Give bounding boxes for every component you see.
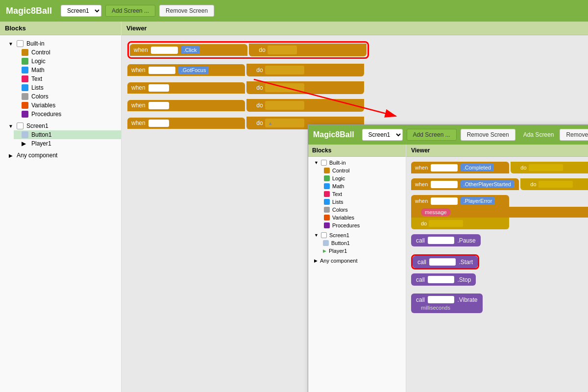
sidebar-item-text[interactable]: Text: [14, 74, 121, 83]
button1-dropdown-2[interactable]: Button1 ▾: [148, 67, 175, 74]
screen1-children: Button1 ▶ Player1: [0, 130, 121, 148]
second-viewer-content: when Player1 ▾ .Completed do: [406, 157, 588, 392]
butto-dropdown-4[interactable]: Butto ▾: [148, 102, 170, 109]
ada-remove-button[interactable]: Remove Screen: [560, 129, 588, 141]
other-inner: [539, 181, 573, 188]
screen1-label: Screen1: [26, 122, 49, 129]
butto-dropdown-3[interactable]: Butto ▾: [148, 84, 170, 92]
second-procedures-label: Procedures: [332, 222, 360, 228]
second-builtin-expand[interactable]: ▼: [314, 160, 318, 165]
app-title: Magic8Ball: [6, 6, 52, 16]
second-player1-icon: ▶: [323, 248, 326, 253]
screen-select[interactable]: Screen1: [61, 5, 101, 17]
block-3-inner: [265, 83, 304, 92]
block-2-when: when Button1 ▾ .GotFocus: [127, 64, 245, 76]
message-badge: message: [421, 208, 451, 216]
player1-dropdown-start[interactable]: Player1 ▾: [429, 258, 456, 266]
do-c: do: [520, 165, 526, 171]
sidebar-item-player1[interactable]: ▶ Player1: [14, 139, 121, 148]
player1-dropdown-pause[interactable]: Player1 ▾: [428, 237, 454, 244]
second-any-expand[interactable]: ▶: [314, 258, 318, 263]
builtin-expand[interactable]: ▼: [8, 41, 14, 47]
second-block-start: call Player1 ▾ .Start: [411, 254, 588, 270]
second-procedures[interactable]: Procedures: [318, 221, 406, 229]
second-remove-screen-button[interactable]: Remove Screen: [461, 129, 515, 141]
add-screen-button[interactable]: Add Screen ...: [105, 5, 155, 17]
second-screen1-group[interactable]: ▼ Screen1: [308, 231, 406, 239]
sidebar-item-lists[interactable]: Lists: [14, 83, 121, 92]
butto-dropdown-5[interactable]: Butto ▾: [148, 120, 170, 127]
pause-method: .Pause: [457, 237, 475, 244]
second-screen1-label: Screen1: [329, 232, 349, 238]
builtin-group[interactable]: ▼ Built-in: [0, 39, 121, 48]
colors-icon: [22, 93, 28, 100]
call-label-start: call: [417, 259, 426, 266]
player1-dropdown-c[interactable]: Player1 ▾: [431, 164, 457, 172]
sidebar-item-colors[interactable]: Colors: [14, 92, 121, 101]
sidebar-item-button1[interactable]: Button1: [14, 130, 121, 139]
second-colors[interactable]: Colors: [318, 206, 406, 214]
second-window-body: Blocks ▼ Built-in Control: [308, 145, 588, 392]
player1-label: Player1: [31, 140, 51, 147]
when-c: when: [415, 165, 428, 171]
second-variables-label: Variables: [332, 215, 354, 220]
second-button1[interactable]: Button1: [317, 239, 406, 247]
second-control[interactable]: Control: [318, 167, 406, 174]
block-3-do: do: [246, 81, 364, 94]
block-completed-do: do: [511, 162, 588, 173]
second-screen1-icon: [321, 232, 327, 238]
sidebar-item-logic[interactable]: Logic: [14, 57, 121, 66]
second-colors-label: Colors: [332, 207, 348, 213]
player1-dropdown-stop[interactable]: Player1 ▾: [428, 276, 454, 283]
logic-icon: [22, 58, 28, 65]
any-component-expand[interactable]: ▶: [8, 152, 14, 158]
block-group-2: when Button1 ▾ .GotFocus do: [127, 64, 582, 76]
second-control-icon: [324, 168, 330, 173]
second-text-icon: [324, 191, 330, 197]
second-any-component[interactable]: ▶ Any component: [308, 257, 406, 265]
block-error-msg: message: [411, 207, 588, 218]
sidebar-item-procedures[interactable]: Procedures: [14, 110, 121, 119]
remove-screen-button[interactable]: Remove Screen: [159, 5, 214, 17]
second-lists-label: Lists: [332, 199, 343, 205]
second-logic-icon: [324, 175, 330, 181]
second-control-label: Control: [332, 168, 349, 173]
any-component-group[interactable]: ▶ Any component: [0, 151, 121, 160]
second-screen-select[interactable]: Screen1: [362, 129, 403, 141]
do-label-2: do: [256, 67, 263, 74]
second-variables[interactable]: Variables: [318, 214, 406, 221]
sidebar-item-control[interactable]: Control: [14, 48, 121, 57]
sidebar-item-math[interactable]: Math: [14, 66, 121, 74]
player1-icon: ▶: [22, 140, 28, 147]
second-text-label: Text: [332, 191, 342, 197]
second-text[interactable]: Text: [318, 190, 406, 198]
math-label: Math: [31, 67, 45, 74]
screen1-icon: [17, 122, 24, 129]
second-logic-label: Logic: [332, 175, 345, 181]
sidebar: Blocks ▼ Built-in Control Logic Ma: [0, 22, 122, 392]
block-3-when: when Butto ▾: [127, 82, 245, 94]
second-add-screen-button[interactable]: Add Screen ...: [407, 129, 457, 141]
screen1-group[interactable]: ▼ Screen1: [0, 122, 121, 130]
second-player1[interactable]: ▶ Player1: [317, 247, 406, 255]
second-lists[interactable]: Lists: [318, 198, 406, 206]
player1-dropdown-vibrate[interactable]: Player1 ▾: [428, 296, 454, 303]
second-viewer: Viewer when Player1 ▾ .Completed do: [406, 145, 588, 392]
procedures-label: Procedures: [31, 111, 61, 118]
block-5-inner: ▲: [265, 119, 304, 127]
call-start: call Player1 ▾ .Start: [413, 256, 478, 268]
player1-dropdown-o[interactable]: Player1 ▾: [431, 181, 457, 188]
do-label-4: do: [256, 102, 263, 109]
second-screen1-expand[interactable]: ▼: [314, 233, 318, 238]
second-logic[interactable]: Logic: [318, 174, 406, 182]
screen1-expand[interactable]: ▼: [8, 123, 14, 129]
second-math[interactable]: Math: [318, 182, 406, 190]
button1-label: Button1: [31, 131, 51, 138]
ada-screen-label: Ada Screen: [523, 131, 554, 138]
player1-dropdown-e[interactable]: Player1 ▾: [431, 197, 457, 205]
sidebar-item-variables[interactable]: Variables: [14, 101, 121, 110]
vibrate-top: call Player1 ▾ .Vibrate: [416, 296, 478, 303]
button1-dropdown-1[interactable]: Button1 ▾: [151, 47, 178, 54]
second-builtin-group[interactable]: ▼ Built-in: [308, 159, 406, 167]
lists-icon: [22, 84, 28, 91]
